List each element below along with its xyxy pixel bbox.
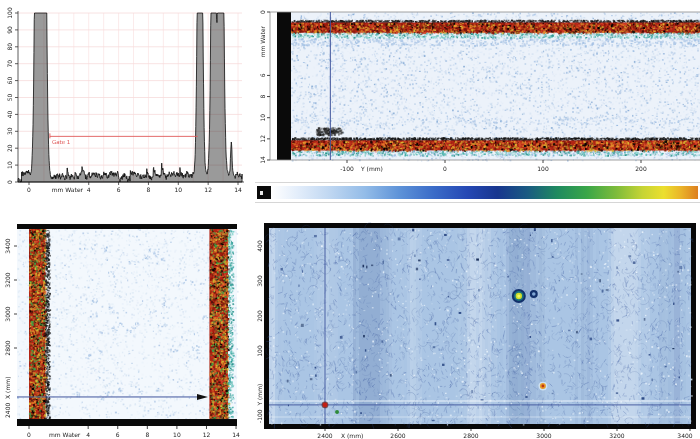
scan-analyzer-window: A Scan Horz B Scan Vert B Scan Wfm Scan … <box>0 0 700 439</box>
vert-b-scan-plot[interactable] <box>0 208 250 439</box>
horz-b-scan-plot[interactable] <box>255 0 700 182</box>
separator-line <box>255 182 700 183</box>
colorbar-marker-icon <box>260 191 263 195</box>
colorbar-gradient <box>271 186 698 199</box>
amplitude-colorbar <box>257 186 698 199</box>
colorbar-end-cap <box>257 186 271 199</box>
separator-line <box>255 202 700 203</box>
wfm-scan-analyzer-plot[interactable] <box>255 205 700 439</box>
a-scan-plot[interactable] <box>0 0 250 200</box>
